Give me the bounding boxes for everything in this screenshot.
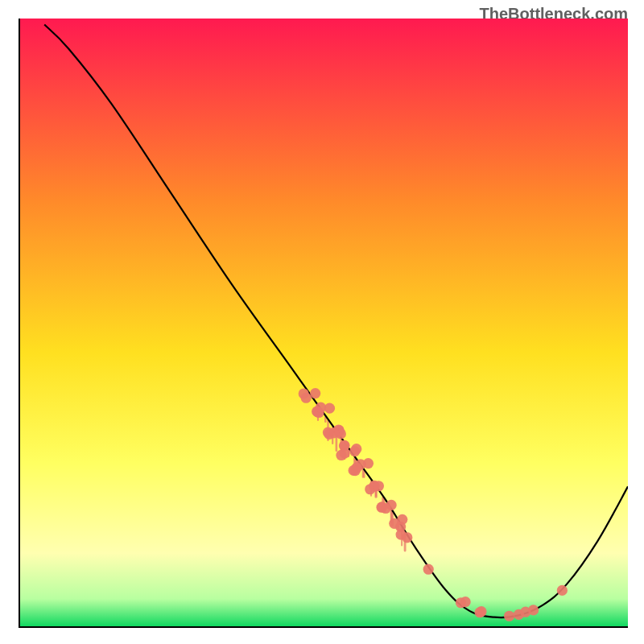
- data-point: [323, 427, 333, 438]
- data-point: [460, 597, 471, 607]
- chart-svg: [20, 19, 628, 626]
- data-point: [557, 585, 568, 596]
- data-point: [528, 605, 539, 615]
- data-point: [474, 607, 485, 617]
- data-point: [336, 450, 346, 460]
- data-point: [351, 444, 361, 454]
- data-point: [316, 402, 326, 413]
- data-point: [423, 564, 434, 575]
- data-point: [389, 518, 399, 529]
- data-point: [301, 393, 312, 403]
- data-point: [310, 388, 320, 398]
- plot-area: [19, 19, 628, 628]
- chart-container: TheBottleneck.com: [0, 0, 644, 644]
- data-point: [339, 440, 349, 451]
- chart-background: [20, 19, 628, 626]
- data-point: [504, 611, 514, 621]
- data-point: [386, 500, 396, 510]
- data-point: [350, 465, 361, 476]
- data-point: [374, 481, 384, 491]
- data-point: [377, 502, 387, 512]
- data-point: [402, 532, 412, 543]
